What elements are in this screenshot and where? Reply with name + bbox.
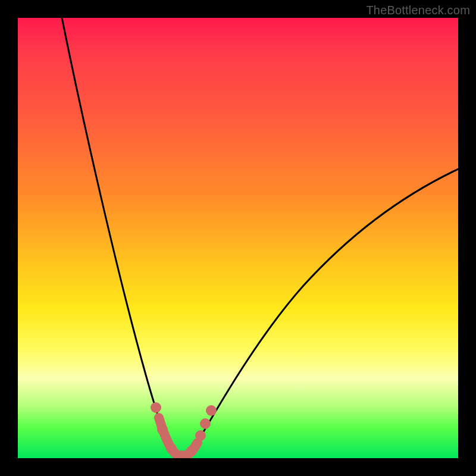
- highlight-dot: [200, 418, 211, 429]
- highlight-dot: [195, 430, 206, 441]
- curve-left: [60, 18, 171, 452]
- bottleneck-curve-svg: [18, 18, 458, 458]
- chart-frame: TheBottleneck.com: [0, 0, 476, 476]
- highlight-dot: [151, 402, 161, 413]
- highlight-dot: [186, 446, 197, 456]
- curve-right: [192, 164, 458, 452]
- highlight-dot: [206, 405, 217, 416]
- watermark-text: TheBottleneck.com: [366, 4, 470, 17]
- highlight-dot: [157, 424, 168, 435]
- plot-area: [18, 18, 458, 458]
- highlight-dot: [166, 443, 177, 454]
